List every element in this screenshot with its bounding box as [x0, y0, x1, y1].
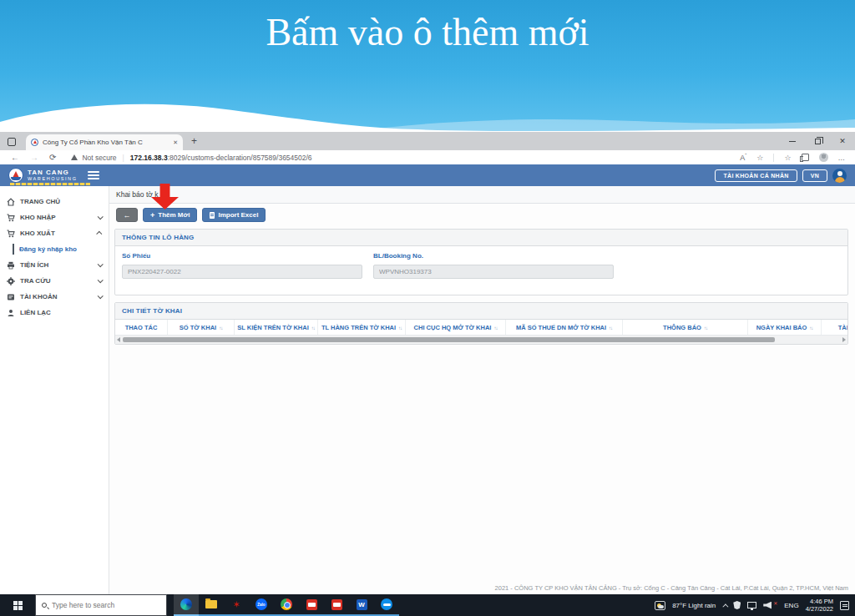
taskbar-zalo[interactable]: Zalo [249, 594, 274, 616]
sidebar-item-tien-ich[interactable]: TIỆN ÍCH [0, 257, 109, 273]
sort-icon[interactable]: ↑↓ [704, 326, 707, 331]
sidebar-item-lien-lac[interactable]: LIÊN LẠC [0, 305, 109, 321]
weather-text[interactable]: 87°F Light rain [672, 602, 716, 609]
sort-icon[interactable]: ↑↓ [311, 326, 315, 331]
sort-icon[interactable]: ↑↓ [219, 326, 222, 331]
shield-icon[interactable] [733, 601, 741, 609]
sidebar-label: LIÊN LẠC [20, 309, 51, 316]
tutorial-title: Bấm vào ô thêm mới [0, 0, 855, 54]
horizontal-scrollbar[interactable] [115, 336, 847, 344]
so-phieu-input[interactable] [122, 265, 362, 279]
column-header-tl-hang[interactable]: TL HÀNG TRÊN TỜ KHAI ↑↓ [317, 320, 405, 335]
clock[interactable]: 4:46 PM 4/27/2022 [806, 598, 833, 613]
taskbar-red-doc-app-1[interactable] [299, 594, 324, 616]
add-new-button[interactable]: + Thêm Mới [143, 208, 197, 222]
scroll-left-icon[interactable] [117, 337, 120, 342]
system-tray: 87°F Light rain ✕ ENG 4:46 PM 4/27/2022 [655, 594, 855, 616]
column-header-so-to-khai[interactable]: SỐ TỜ KHAI ↑↓ [167, 320, 234, 335]
browser-menu-icon[interactable]: … [838, 154, 846, 162]
clock-time: 4:46 PM [806, 598, 833, 605]
contact-person-icon [7, 309, 15, 317]
bl-booking-input[interactable] [373, 265, 614, 279]
app-header: TAN CANG WAREHOUSING TÀI KHOẢN CÁ NHÂN V… [0, 164, 855, 186]
column-header-sl-kien[interactable]: SL KIỆN TRÊN TỜ KHAI ↑↓ [234, 320, 317, 335]
browser-tab[interactable]: Công Ty Cổ Phần Kho Vận Tân C ✕ [26, 134, 183, 150]
menu-toggle-icon[interactable] [88, 171, 99, 179]
network-icon[interactable] [747, 602, 756, 608]
back-button[interactable]: ← [116, 208, 138, 222]
new-tab-button[interactable]: + [191, 135, 197, 147]
tancang-logo-icon[interactable] [8, 168, 23, 183]
urlbar-divider [773, 154, 774, 162]
sort-icon[interactable]: ↑↓ [809, 326, 812, 331]
red-doc-app-icon [331, 599, 342, 610]
id-card-icon [7, 293, 15, 301]
taskbar-red-star-app[interactable]: ✶ [224, 594, 249, 616]
import-excel-button[interactable]: Import Excel [202, 208, 266, 222]
taskbar-file-explorer[interactable] [199, 594, 224, 616]
browser-profile-avatar[interactable] [819, 153, 828, 162]
taskbar-red-doc-app-2[interactable] [324, 594, 349, 616]
column-header-chi-cuc-hq[interactable]: CHI CỤC HQ MỞ TỜ KHAI ↑↓ [405, 320, 505, 335]
not-secure-label[interactable]: Not secure [82, 154, 116, 162]
window-minimize-button[interactable] [780, 132, 805, 150]
not-secure-warning-icon[interactable] [71, 154, 78, 160]
minimize-icon [789, 141, 796, 142]
taskbar-word[interactable]: W [349, 594, 374, 616]
clock-date: 4/27/2022 [806, 605, 833, 613]
user-avatar[interactable] [832, 169, 847, 183]
red-star-app-icon: ✶ [232, 600, 240, 609]
url-host[interactable]: 172.16.38.3 [130, 154, 168, 162]
scrollbar-thumb[interactable] [123, 337, 775, 342]
language-indicator[interactable]: ENG [784, 602, 798, 609]
url-path[interactable]: :8029/customs-declaration/857589/3654502… [168, 154, 312, 162]
taskbar-edge[interactable] [174, 594, 199, 616]
personal-account-button[interactable]: TÀI KHOẢN CÁ NHÂN [715, 169, 797, 182]
declaration-card-title: CHI TIẾT TỜ KHAI [115, 303, 847, 320]
browser-forward-button[interactable]: → [30, 153, 38, 162]
sort-icon[interactable]: ↑↓ [609, 326, 612, 331]
search-input[interactable] [52, 601, 144, 609]
taskbar-teamviewer[interactable] [374, 594, 399, 616]
sort-icon[interactable]: ↑↓ [398, 326, 402, 331]
mute-x-icon: ✕ [773, 600, 777, 606]
sidebar-label: TRA CỨU [20, 277, 51, 285]
sidebar-item-trang-chu[interactable]: TRANG CHỦ [0, 194, 109, 210]
window-close-button[interactable]: ✕ [830, 132, 855, 150]
browser-app-icon[interactable] [8, 138, 16, 146]
gear-icon [7, 277, 15, 285]
sidebar-item-kho-nhap[interactable]: KHO NHẬP [0, 210, 109, 225]
browser-refresh-button[interactable]: ⟳ [49, 153, 56, 162]
language-button[interactable]: VN [802, 169, 827, 182]
column-header-ma-so-thue[interactable]: MÃ SỐ THUẾ DN MỞ TỜ KHAI ↑↓ [505, 320, 622, 335]
chevron-down-icon [98, 261, 104, 267]
start-button[interactable] [0, 594, 35, 616]
action-center-icon[interactable] [840, 601, 849, 610]
column-header-thong-bao[interactable]: THÔNG BÁO ↑↓ [622, 320, 747, 335]
shipment-card-body: Số Phiếu BL/Booking No. [115, 246, 847, 295]
sort-icon[interactable]: ↑↓ [493, 326, 497, 331]
column-header-tai-k[interactable]: TÀI K [821, 320, 847, 335]
browser-back-button[interactable]: ← [11, 153, 19, 162]
sidebar-item-tra-cuu[interactable]: TRA CỨU [0, 273, 109, 289]
word-icon: W [357, 599, 367, 610]
volume-muted-icon[interactable] [763, 602, 772, 609]
collections-icon[interactable] [802, 154, 809, 161]
shipment-info-card: THÔNG TIN LÔ HÀNG Số Phiếu BL/Booking No… [114, 229, 848, 295]
sidebar-item-dang-ky-nhap-kho[interactable]: Đăng ký nhập kho [0, 241, 109, 257]
taskbar-search[interactable] [35, 594, 167, 616]
scroll-right-icon[interactable] [842, 337, 846, 342]
weather-icon[interactable] [655, 601, 665, 610]
show-hidden-icons-chevron[interactable] [723, 603, 729, 609]
tancang-logo-text[interactable]: TAN CANG WAREHOUSING [28, 169, 78, 182]
import-excel-label: Import Excel [218, 211, 258, 219]
sidebar-item-kho-xuat[interactable]: KHO XUẤT [0, 225, 109, 241]
taskbar-chrome[interactable] [274, 594, 299, 616]
sidebar-item-tai-khoan[interactable]: TÀI KHOẢN [0, 289, 109, 305]
add-favorite-icon[interactable]: ☆ [756, 154, 763, 162]
window-restore-button[interactable] [805, 132, 830, 150]
tab-close-icon[interactable]: ✕ [173, 139, 178, 146]
favorites-icon[interactable]: ☆ [784, 154, 791, 162]
read-aloud-icon[interactable]: A [740, 153, 746, 162]
column-header-ngay-khai-bao[interactable]: NGÀY KHAI BÁO ↑↓ [747, 320, 821, 335]
